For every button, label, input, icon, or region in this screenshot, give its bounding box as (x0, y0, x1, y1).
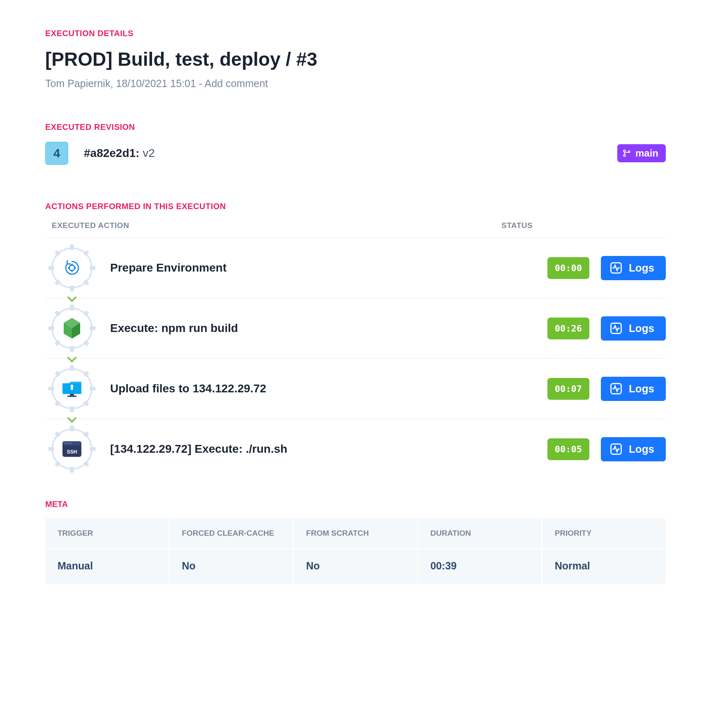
logs-label: Logs (629, 443, 654, 456)
svg-rect-6 (48, 266, 54, 270)
execution-meta-line: Tom Papiernik, 18/10/2021 15:01 - Add co… (45, 78, 666, 90)
meta-header: DURATION (418, 518, 541, 549)
col-status: STATUS (501, 221, 659, 230)
action-icon-wrap: SSH (45, 426, 99, 472)
section-meta: META (45, 500, 666, 509)
action-name[interactable]: [134.122.29.72] Execute: ./run.sh (110, 442, 536, 456)
duration-badge: 00:07 (547, 378, 589, 400)
activity-icon (610, 443, 622, 455)
duration-badge: 00:05 (547, 438, 589, 460)
svg-rect-20 (70, 346, 74, 352)
activity-icon (610, 262, 622, 274)
svg-point-12 (69, 265, 74, 270)
svg-rect-41 (70, 394, 74, 396)
meta-header: TRIGGER (45, 518, 169, 549)
action-name[interactable]: Execute: npm run build (110, 322, 536, 335)
svg-rect-5 (70, 286, 74, 291)
branch-badge[interactable]: main (617, 144, 666, 162)
svg-rect-35 (90, 387, 95, 391)
meta-value: No (169, 549, 293, 584)
svg-rect-32 (70, 365, 74, 371)
logs-button[interactable]: Logs (601, 256, 666, 280)
logs-label: Logs (629, 262, 654, 274)
chevron-down-icon (67, 357, 76, 363)
action-name[interactable]: Prepare Environment (110, 261, 536, 274)
ssh-terminal-icon: SSH (62, 440, 82, 458)
meta-header: PRIORITY (542, 518, 666, 549)
revision-message: v2 (139, 147, 155, 159)
action-icon-wrap (45, 245, 99, 290)
svg-rect-34 (48, 387, 54, 391)
svg-point-57 (65, 442, 66, 444)
svg-point-44 (71, 385, 73, 387)
logs-label: Logs (629, 382, 654, 395)
meta-cell-duration: DURATION 00:39 (418, 518, 542, 584)
action-name[interactable]: Upload files to 134.122.29.72 (110, 382, 536, 395)
svg-rect-50 (90, 447, 95, 451)
meta-value: No (294, 549, 417, 584)
upload-folder-icon (61, 379, 83, 398)
svg-rect-47 (70, 425, 74, 431)
svg-rect-14 (71, 270, 73, 272)
meta-cell-priority: PRIORITY Normal (542, 518, 666, 584)
svg-point-0 (623, 150, 626, 152)
activity-icon (610, 322, 622, 334)
logs-button[interactable]: Logs (601, 437, 666, 461)
revision-row: 4 #a82e2d1: v2 main (45, 142, 666, 165)
meta-header: FORCED CLEAR-CACHE (169, 518, 293, 549)
revision-text[interactable]: #a82e2d1: v2 (84, 147, 602, 160)
col-executed-action: EXECUTED ACTION (52, 221, 501, 230)
page-title: [PROD] Build, test, deploy / #3 (45, 48, 666, 70)
svg-rect-49 (48, 447, 54, 451)
chevron-down-icon (67, 417, 76, 424)
action-row: Upload files to 134.122.29.72 00:07 Logs (45, 358, 666, 419)
meta-value: 00:39 (418, 549, 541, 584)
meta-value: Manual (45, 549, 169, 584)
meta-header: FROM SCRATCH (294, 518, 417, 549)
section-executed-revision: EXECUTED REVISION (45, 122, 666, 132)
svg-rect-15 (68, 267, 70, 269)
add-comment-link[interactable]: Add comment (205, 78, 268, 89)
svg-rect-48 (70, 467, 74, 472)
svg-rect-16 (74, 267, 76, 269)
branch-name: main (635, 147, 658, 159)
duration-badge: 00:00 (547, 257, 589, 279)
svg-rect-21 (48, 326, 54, 330)
meta-table: TRIGGER Manual FORCED CLEAR-CACHE No FRO… (45, 518, 666, 584)
meta-cell-from-scratch: FROM SCRATCH No (294, 518, 418, 584)
revision-hash: #a82e2d1: (84, 147, 139, 159)
author-timestamp: Tom Papiernik, 18/10/2021 15:01 - (45, 78, 205, 89)
svg-rect-13 (71, 264, 73, 266)
nodejs-hexagon-icon (62, 317, 82, 339)
meta-cell-trigger: TRIGGER Manual (45, 518, 169, 584)
action-row: Prepare Environment 00:00 Logs (45, 237, 666, 298)
svg-rect-42 (67, 396, 76, 397)
svg-point-59 (70, 442, 72, 444)
meta-value: Normal (542, 549, 666, 584)
revision-count-badge[interactable]: 4 (45, 142, 68, 165)
svg-point-2 (628, 151, 630, 153)
action-icon-wrap (45, 366, 99, 411)
activity-icon (610, 382, 622, 395)
meta-cell-forced-clear-cache: FORCED CLEAR-CACHE No (169, 518, 293, 584)
prepare-icon (62, 258, 81, 277)
svg-text:SSH: SSH (67, 449, 77, 455)
section-execution-details: EXECUTION DETAILS (45, 29, 666, 38)
logs-label: Logs (629, 322, 654, 335)
branch-icon (622, 149, 631, 158)
logs-button[interactable]: Logs (601, 316, 666, 341)
svg-rect-7 (90, 266, 95, 270)
action-row: SSH [134.122.29.72] Execute: ./run.sh 00… (45, 419, 666, 479)
logs-button[interactable]: Logs (601, 377, 666, 401)
section-actions-performed: ACTIONS PERFORMED IN THIS EXECUTION (45, 202, 666, 211)
svg-point-58 (67, 442, 69, 444)
action-icon-wrap (45, 306, 99, 351)
svg-point-1 (623, 154, 626, 157)
svg-rect-22 (90, 326, 95, 330)
svg-rect-19 (70, 304, 74, 310)
svg-rect-33 (70, 406, 74, 412)
duration-badge: 00:26 (547, 318, 589, 339)
chevron-down-icon (67, 296, 76, 303)
actions-table-header: EXECUTED ACTION STATUS (45, 221, 666, 237)
action-row: Execute: npm run build 00:26 Logs (45, 298, 666, 358)
